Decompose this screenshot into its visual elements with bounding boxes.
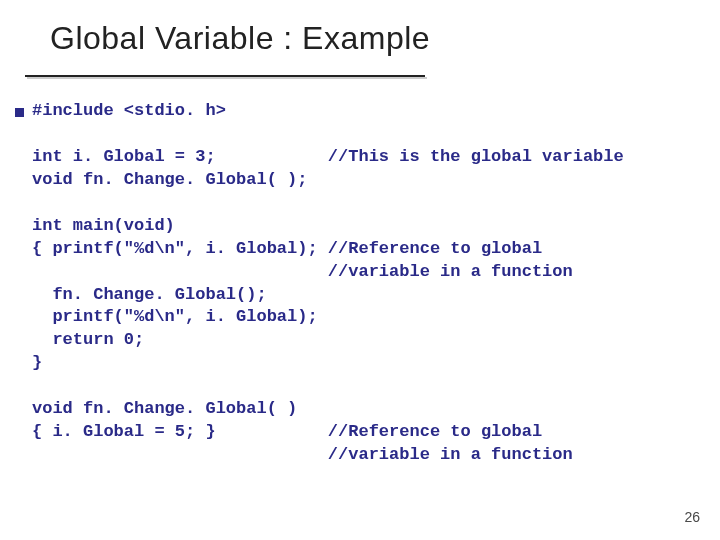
code-line: { i. Global = 5; }: [32, 422, 216, 441]
code-line: void fn. Change. Global( ): [32, 399, 297, 418]
code-line: printf("%d\n", i. Global);: [32, 307, 318, 326]
code-comment: //This is the global variable: [328, 147, 624, 166]
code-comment: //variable in a function: [32, 445, 573, 464]
code-line: }: [32, 353, 42, 372]
slide-title: Global Variable : Example: [50, 20, 430, 57]
code-line: #include <stdio. h>: [32, 101, 226, 120]
title-underline: [25, 75, 425, 81]
code-comment: //Reference to global: [328, 422, 542, 441]
code-line: fn. Change. Global();: [32, 285, 267, 304]
code-line: void fn. Change. Global( );: [32, 170, 307, 189]
bullet-icon: [15, 108, 24, 117]
code-line: int main(void): [32, 216, 175, 235]
code-line: { printf("%d\n", i. Global);: [32, 239, 318, 258]
code-comment: //Reference to global: [328, 239, 542, 258]
code-line: int i. Global = 3;: [32, 147, 216, 166]
code-comment: //variable in a function: [32, 262, 573, 281]
code-block: #include <stdio. h> int i. Global = 3; /…: [32, 100, 624, 467]
page-number: 26: [684, 509, 700, 525]
code-line: return 0;: [32, 330, 144, 349]
